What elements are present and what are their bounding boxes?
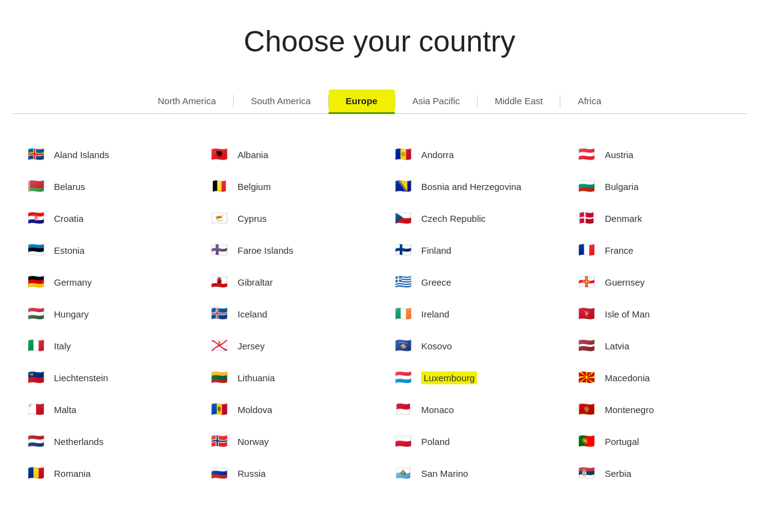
flag-icon: 🇫🇮 — [392, 243, 414, 257]
page-title: Choose your country — [12, 25, 747, 58]
flag-icon: 🇫🇴 — [208, 243, 231, 257]
country-item-moldova[interactable]: 🇲🇩Moldova — [196, 393, 380, 425]
country-item-liechtenstein[interactable]: 🇱🇮Liechtenstein — [12, 362, 196, 393]
country-name: Estonia — [54, 245, 85, 256]
country-item-lithuania[interactable]: 🇱🇹Lithuania — [196, 362, 380, 393]
flag-icon: 🇧🇾 — [25, 179, 47, 194]
flag-icon: 🇲🇪 — [576, 402, 598, 417]
country-name: Albania — [238, 150, 269, 160]
country-item-croatia[interactable]: 🇭🇷Croatia — [12, 202, 196, 234]
country-item-cyprus[interactable]: 🇨🇾Cyprus — [196, 202, 380, 234]
country-item-netherlands[interactable]: 🇳🇱Netherlands — [12, 425, 196, 457]
country-item-bosnia-and-herzegovina[interactable]: 🇧🇦Bosnia and Herzegovina — [380, 170, 563, 202]
country-item-faroe-islands[interactable]: 🇫🇴Faroe Islands — [196, 234, 380, 266]
tab-north-america[interactable]: North America — [140, 89, 233, 114]
country-name: Italy — [54, 341, 71, 351]
country-item-romania[interactable]: 🇷🇴Romania — [12, 457, 196, 489]
country-name: Bulgaria — [605, 181, 639, 192]
country-item-aland-islands[interactable]: 🇦🇽Aland Islands — [12, 139, 196, 170]
country-item-gibraltar[interactable]: 🇬🇮Gibraltar — [196, 266, 380, 298]
country-item-luxembourg[interactable]: 🇱🇺Luxembourg — [380, 362, 563, 393]
country-item-albania[interactable]: 🇦🇱Albania — [196, 139, 380, 170]
country-name: Monaco — [421, 405, 454, 415]
tab-africa[interactable]: Africa — [560, 89, 618, 114]
country-item-kosovo[interactable]: 🇽🇰Kosovo — [380, 330, 563, 362]
country-name: Luxembourg — [421, 373, 477, 383]
tab-asia-pacific[interactable]: Asia Pacific — [395, 89, 478, 114]
country-name: Aland Islands — [54, 150, 109, 160]
flag-icon: 🇫🇷 — [576, 243, 598, 257]
flag-icon: 🇷🇺 — [208, 466, 231, 481]
flag-icon: 🇳🇱 — [25, 434, 47, 449]
flag-icon: 🇮🇹 — [25, 338, 47, 353]
flag-icon: 🇳🇴 — [208, 434, 231, 449]
country-item-denmark[interactable]: 🇩🇰Denmark — [563, 202, 747, 234]
country-name: Iceland — [238, 309, 267, 319]
country-item-austria[interactable]: 🇦🇹Austria — [563, 139, 747, 170]
country-item-jersey[interactable]: 🇯🇪Jersey — [196, 330, 380, 362]
flag-icon: 🇱🇮 — [25, 370, 47, 385]
country-name: Moldova — [238, 405, 273, 415]
flag-icon: 🇬🇬 — [576, 275, 598, 289]
tab-europe[interactable]: Europe — [329, 89, 395, 114]
flag-icon: 🇲🇨 — [392, 402, 414, 417]
country-item-hungary[interactable]: 🇭🇺Hungary — [12, 298, 196, 330]
country-item-estonia[interactable]: 🇪🇪Estonia — [12, 234, 196, 266]
country-item-france[interactable]: 🇫🇷France — [563, 234, 747, 266]
country-name: Cyprus — [238, 213, 267, 224]
country-name: Kosovo — [421, 341, 452, 351]
country-item-russia[interactable]: 🇷🇺Russia — [196, 457, 380, 489]
country-item-poland[interactable]: 🇵🇱Poland — [380, 425, 563, 457]
country-item-serbia[interactable]: 🇷🇸Serbia — [563, 457, 747, 489]
country-item-monaco[interactable]: 🇲🇨Monaco — [380, 393, 563, 425]
country-item-ireland[interactable]: 🇮🇪Ireland — [380, 298, 563, 330]
flag-icon: 🇬🇮 — [208, 275, 231, 289]
flag-icon: 🇲🇰 — [576, 370, 598, 385]
flag-icon: 🇱🇻 — [576, 338, 598, 353]
country-name: Belgium — [238, 181, 271, 192]
flag-icon: 🇦🇱 — [208, 147, 231, 162]
country-name: Ireland — [421, 309, 449, 319]
country-name: San Marino — [421, 468, 468, 479]
flag-icon: 🇨🇿 — [392, 211, 414, 226]
country-name: Bosnia and Herzegovina — [421, 181, 521, 192]
flag-icon: 🇬🇷 — [392, 275, 414, 289]
flag-icon: 🇷🇴 — [25, 466, 47, 481]
country-item-norway[interactable]: 🇳🇴Norway — [196, 425, 380, 457]
country-item-bulgaria[interactable]: 🇧🇬Bulgaria — [563, 170, 747, 202]
flag-icon: 🇱🇹 — [208, 370, 231, 385]
country-name: Macedonia — [605, 373, 650, 383]
tabs-container: North AmericaSouth AmericaEuropeAsia Pac… — [12, 89, 747, 114]
flag-icon: 🇧🇦 — [392, 179, 414, 194]
country-item-andorra[interactable]: 🇦🇩Andorra — [380, 139, 563, 170]
country-item-malta[interactable]: 🇲🇹Malta — [12, 393, 196, 425]
flag-icon: 🇩🇰 — [576, 211, 598, 226]
country-item-italy[interactable]: 🇮🇹Italy — [12, 330, 196, 362]
country-item-latvia[interactable]: 🇱🇻Latvia — [563, 330, 747, 362]
country-name: Gibraltar — [238, 277, 273, 287]
country-item-guernsey[interactable]: 🇬🇬Guernsey — [563, 266, 747, 298]
country-item-macedonia[interactable]: 🇲🇰Macedonia — [563, 362, 747, 393]
country-name: Serbia — [605, 468, 631, 479]
flag-icon: 🇦🇹 — [576, 147, 598, 162]
country-item-belarus[interactable]: 🇧🇾Belarus — [12, 170, 196, 202]
country-item-germany[interactable]: 🇩🇪Germany — [12, 266, 196, 298]
flag-icon: 🇦🇩 — [392, 147, 414, 162]
country-name: Netherlands — [54, 436, 104, 447]
country-item-finland[interactable]: 🇫🇮Finland — [380, 234, 563, 266]
flag-icon: 🇽🇰 — [392, 338, 414, 353]
country-item-iceland[interactable]: 🇮🇸Iceland — [196, 298, 380, 330]
country-item-greece[interactable]: 🇬🇷Greece — [380, 266, 563, 298]
country-name: Isle of Man — [605, 309, 650, 319]
country-item-czech-republic[interactable]: 🇨🇿Czech Republic — [380, 202, 563, 234]
tab-south-america[interactable]: South America — [234, 89, 328, 114]
country-item-isle-of-man[interactable]: 🇮🇲Isle of Man — [563, 298, 747, 330]
country-item-portugal[interactable]: 🇵🇹Portugal — [563, 425, 747, 457]
flag-icon: 🇩🇪 — [25, 275, 47, 289]
country-item-belgium[interactable]: 🇧🇪Belgium — [196, 170, 380, 202]
tab-middle-east[interactable]: Middle East — [478, 89, 560, 114]
country-name: Latvia — [605, 341, 630, 351]
country-item-montenegro[interactable]: 🇲🇪Montenegro — [563, 393, 747, 425]
flag-icon: 🇭🇷 — [25, 211, 47, 226]
country-item-san-marino[interactable]: 🇸🇲San Marino — [380, 457, 563, 489]
